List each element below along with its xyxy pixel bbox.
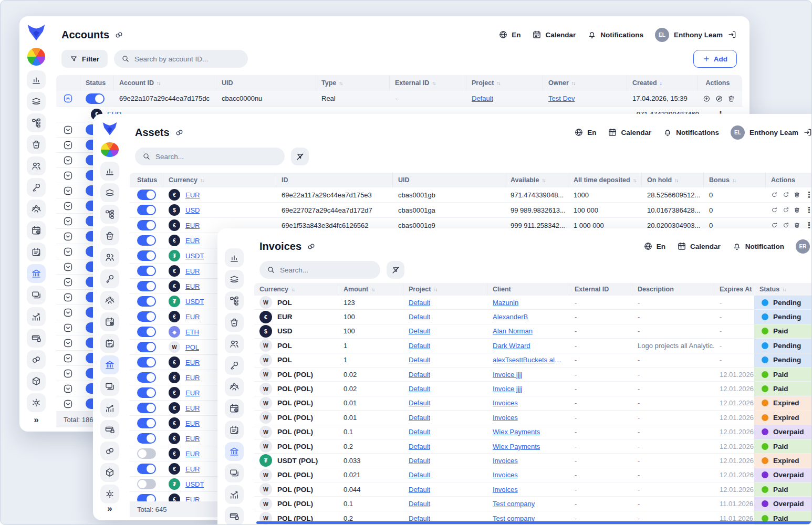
copy-link-icon[interactable] — [114, 30, 123, 39]
logout-icon[interactable] — [727, 30, 737, 39]
column-header[interactable]: Account ID↑↓ — [114, 75, 216, 91]
sidebar-item[interactable] — [27, 307, 46, 326]
sidebar-item[interactable] — [100, 269, 119, 288]
client-link[interactable]: Alan Norman — [493, 327, 533, 335]
status-toggle[interactable] — [137, 464, 156, 474]
currency-link[interactable]: USDT — [185, 480, 204, 488]
avatar[interactable]: EL — [655, 28, 669, 42]
project-link[interactable]: Default — [472, 94, 493, 102]
currency-link[interactable]: EUR — [185, 313, 200, 321]
filter-toggle-button[interactable] — [387, 261, 404, 279]
expand-row-icon[interactable] — [63, 140, 73, 150]
sidebar-item[interactable] — [27, 329, 46, 348]
column-header[interactable]: On hold↑↓ — [642, 173, 704, 187]
search-box[interactable] — [259, 261, 380, 279]
sidebar-item[interactable] — [225, 485, 244, 504]
client-link[interactable]: Mazunin — [493, 299, 518, 307]
avatar[interactable]: EL — [731, 125, 745, 140]
client-link[interactable]: Dark Wizard — [493, 342, 530, 350]
expand-row-icon[interactable] — [63, 155, 73, 165]
expand-row-icon[interactable] — [63, 292, 73, 302]
expand-row-icon[interactable] — [63, 201, 73, 211]
project-link[interactable]: Default — [409, 486, 430, 494]
app-logo-icon[interactable] — [27, 25, 46, 41]
client-link[interactable]: AlexanderB — [493, 313, 528, 321]
status-toggle[interactable] — [137, 250, 156, 261]
status-toggle[interactable] — [137, 342, 156, 352]
sidebar-item[interactable] — [225, 464, 244, 482]
expand-row-icon[interactable] — [63, 308, 73, 318]
project-link[interactable]: Default — [409, 313, 430, 321]
currency-link[interactable]: EUR — [185, 267, 200, 275]
sidebar-item[interactable] — [225, 270, 244, 289]
sidebar-expand-button[interactable]: » — [34, 415, 38, 425]
column-header[interactable]: Currency↑↓ — [163, 173, 276, 187]
sidebar-item[interactable] — [27, 178, 46, 197]
sidebar-item[interactable] — [27, 221, 46, 240]
expand-row-icon[interactable] — [63, 399, 73, 409]
column-header[interactable]: Client — [487, 283, 569, 296]
sidebar-item[interactable] — [27, 70, 46, 89]
expand-row-icon[interactable] — [63, 338, 73, 348]
sidebar-item[interactable] — [27, 92, 46, 111]
column-header[interactable]: Bonus↑↓ — [704, 173, 766, 187]
calendar-menu[interactable]: Calendar — [532, 30, 576, 39]
currency-link[interactable]: EUR — [185, 404, 200, 412]
column-header[interactable]: Status — [130, 173, 163, 187]
color-wheel-icon[interactable] — [101, 142, 119, 157]
currency-link[interactable]: USDT — [185, 252, 204, 260]
column-header[interactable]: ID — [276, 173, 393, 187]
sidebar-item[interactable] — [27, 113, 46, 132]
sidebar-item[interactable] — [100, 334, 119, 353]
delete-icon[interactable] — [727, 94, 735, 103]
currency-link[interactable]: EUR — [185, 465, 200, 473]
sidebar-item[interactable] — [27, 350, 46, 369]
project-link[interactable]: Default — [409, 371, 430, 379]
expand-row-icon[interactable] — [63, 125, 73, 135]
sidebar-item[interactable] — [225, 334, 244, 353]
sidebar-item[interactable] — [225, 377, 244, 396]
sidebar-item[interactable] — [225, 291, 244, 310]
project-link[interactable]: Default — [409, 471, 430, 479]
client-link[interactable]: Wiex Payments — [493, 428, 540, 436]
column-header[interactable]: Type↑↓ — [316, 75, 390, 91]
language-switcher[interactable]: En — [643, 242, 665, 251]
project-link[interactable]: Default — [409, 500, 430, 508]
currency-link[interactable]: POL — [185, 343, 199, 351]
status-toggle[interactable] — [137, 266, 156, 276]
sidebar-item[interactable] — [225, 421, 244, 439]
sidebar-item[interactable] — [100, 248, 119, 267]
client-link[interactable]: Invoice jjjj — [493, 371, 522, 379]
status-toggle[interactable] — [137, 418, 156, 428]
currency-link[interactable]: EUR — [185, 450, 200, 458]
deposit-icon[interactable] — [771, 191, 778, 199]
search-box[interactable] — [114, 50, 248, 68]
status-toggle[interactable] — [137, 281, 156, 291]
column-header[interactable]: External ID — [569, 283, 632, 296]
add-sub-icon[interactable] — [703, 94, 711, 103]
status-toggle[interactable] — [137, 372, 156, 383]
project-link[interactable]: Default — [409, 327, 430, 335]
sidebar-item[interactable] — [100, 377, 119, 396]
sidebar-item[interactable] — [27, 156, 46, 175]
avatar[interactable]: ER — [796, 239, 810, 254]
language-switcher[interactable]: En — [574, 128, 596, 137]
search-input[interactable] — [134, 55, 241, 63]
currency-link[interactable]: EUR — [185, 419, 200, 427]
expand-row-icon[interactable] — [63, 186, 73, 196]
client-link[interactable]: Invoices — [493, 399, 518, 407]
calendar-menu[interactable]: Calendar — [608, 128, 651, 137]
column-header[interactable]: Expires At↑↓ — [714, 283, 754, 296]
project-link[interactable]: Default — [409, 356, 430, 364]
column-header[interactable]: Actions — [766, 173, 812, 187]
column-header[interactable]: Created↓ — [627, 75, 698, 91]
sidebar-item[interactable] — [100, 485, 119, 503]
status-toggle[interactable] — [86, 93, 105, 104]
currency-link[interactable]: EUR — [185, 389, 200, 397]
status-toggle[interactable] — [137, 479, 156, 489]
sidebar-item[interactable] — [100, 291, 119, 310]
status-toggle[interactable] — [137, 448, 156, 459]
sidebar-item[interactable] — [225, 399, 244, 418]
status-toggle[interactable] — [137, 433, 156, 444]
add-button[interactable]: Add — [693, 50, 737, 68]
